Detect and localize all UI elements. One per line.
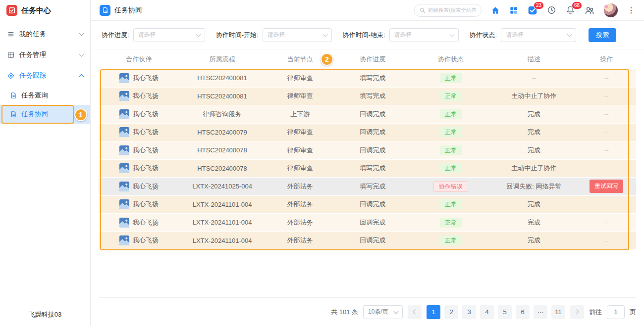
description: 主动中止了协作 — [491, 92, 577, 100]
todo-badge: 23 — [534, 1, 544, 9]
select-placeholder: 请选择 — [394, 31, 412, 39]
column-header-desc: 描述 — [491, 55, 577, 64]
page-size-select[interactable]: 10条/页 — [363, 305, 403, 319]
time-end-select[interactable]: 请选择 — [389, 28, 459, 42]
status-badge: 正常 — [440, 218, 462, 228]
page-button-4[interactable]: 4 — [480, 305, 494, 319]
status-badge: 正常 — [440, 73, 462, 83]
sidebar-item-label: 任务查询 — [21, 91, 48, 100]
partner-thumbnail-icon — [119, 199, 129, 209]
home-icon[interactable] — [491, 6, 500, 15]
search-placeholder: 超级搜索(搜索全站内容) — [428, 7, 476, 14]
chevron-down-icon — [196, 32, 201, 37]
app-logo: 任务中心 — [0, 0, 90, 21]
process-id: HTSC202400081 — [179, 74, 266, 82]
global-search-input[interactable]: 超级搜索(搜索全站内容) — [414, 4, 482, 17]
sidebar-item-label: 我的任务 — [19, 30, 46, 39]
sidebar-item-task-management[interactable]: 任务管理 — [0, 45, 90, 65]
page-button-6[interactable]: 6 — [516, 305, 530, 319]
description: 完成 — [491, 128, 577, 137]
action-cell: -- — [604, 93, 609, 100]
table-row: 我心飞扬 律师咨询服务 上下游 回调完成 正常 完成 -- — [99, 105, 636, 124]
partner-thumbnail-icon — [119, 182, 129, 191]
column-header-progress: 协作进度 — [335, 55, 410, 64]
filter-label-progress: 协作进度: — [102, 31, 129, 40]
apps-grid-icon[interactable] — [509, 6, 518, 15]
process-id: LXTX-20241101-004 — [179, 219, 266, 226]
notification-bell-icon[interactable]: 68 — [566, 5, 575, 15]
main-area: 任务协同 超级搜索(搜索全站内容) 23 — [91, 0, 644, 326]
next-page-button[interactable] — [570, 305, 584, 319]
current-node: 律师审查 — [265, 92, 335, 100]
description: 完成 — [491, 236, 577, 245]
user-avatar[interactable] — [604, 3, 618, 17]
progress-select[interactable]: 请选择 — [133, 28, 205, 42]
app-title: 任务中心 — [21, 6, 51, 15]
process-id: HTSC202400078 — [179, 146, 266, 154]
search-button[interactable]: 搜索 — [589, 28, 616, 42]
chevron-up-icon — [80, 73, 83, 78]
partner-name: 我心飞扬 — [133, 218, 159, 227]
chevron-right-icon — [574, 310, 579, 315]
process-id: LXTX-20241101-004 — [179, 237, 266, 244]
filter-bar: 协作进度: 请选择 协作时间-开始: 请选择 协作时间-结束: 请选择 协作状态… — [91, 21, 644, 49]
status-select[interactable]: 请选择 — [501, 28, 576, 42]
total-count: 共 101 条 — [331, 308, 358, 317]
list-icon — [7, 31, 15, 38]
contacts-icon[interactable] — [585, 5, 594, 15]
retry-write-button[interactable]: 重试回写 — [590, 180, 623, 193]
page-button-11[interactable]: 11 — [551, 305, 565, 319]
chevron-down-icon — [322, 32, 327, 37]
table-grid-icon — [7, 51, 15, 58]
table-row: 我心飞扬 LXTX-20241101-004 外部法务 回调完成 正常 完成 -… — [99, 232, 636, 250]
partner-name: 我心飞扬 — [133, 182, 159, 191]
goto-prefix: 前往 — [589, 308, 602, 317]
partner-thumbnail-icon — [119, 163, 129, 173]
app-logo-icon — [6, 5, 17, 16]
description: 完成 — [491, 200, 577, 209]
collab-progress: 回调完成 — [335, 146, 410, 155]
current-node: 外部法务 — [265, 218, 335, 227]
action-cell: -- — [604, 237, 609, 244]
process-id: HTSC202400078 — [179, 165, 266, 172]
page-button-1[interactable]: 1 — [427, 305, 440, 319]
collab-progress: 回调完成 — [335, 200, 410, 209]
select-placeholder: 请选择 — [268, 31, 285, 39]
history-clock-icon[interactable] — [547, 5, 556, 15]
prev-page-button[interactable] — [408, 305, 422, 319]
compass-track-icon — [7, 72, 15, 79]
action-cell: -- — [604, 165, 609, 172]
collab-progress: 回调完成 — [335, 110, 410, 119]
sidebar-item-my-tasks[interactable]: 我的任务 — [0, 24, 90, 45]
status-badge: 正常 — [440, 127, 462, 137]
topbar-actions: 超级搜索(搜索全站内容) 23 68 — [414, 3, 635, 17]
page-button-3[interactable]: 3 — [462, 305, 476, 319]
page-doc-icon — [100, 5, 110, 16]
sidebar-item-label: 任务跟踪 — [19, 71, 46, 80]
partner-thumbnail-icon — [119, 145, 129, 155]
goto-page-input[interactable] — [607, 305, 625, 319]
page-list: 123456···11 — [427, 305, 565, 319]
page-button-5[interactable]: 5 — [498, 305, 512, 319]
page-button-2[interactable]: 2 — [444, 305, 458, 319]
more-menu-icon[interactable]: ⋮ — [627, 6, 635, 14]
time-start-select[interactable]: 请选择 — [263, 28, 332, 42]
sidebar-item-task-query[interactable]: 任务查询 — [0, 86, 90, 105]
description: 完成 — [491, 110, 577, 119]
collab-progress: 填写完成 — [335, 74, 410, 83]
action-cell: -- — [604, 110, 609, 118]
description: -- — [491, 74, 577, 82]
partner-name: 我心飞扬 — [133, 236, 159, 245]
collab-progress: 回调完成 — [335, 236, 410, 245]
tenant-name: 飞黝科技03 — [0, 310, 90, 326]
todo-check-icon[interactable]: 23 — [528, 5, 537, 15]
sidebar-item-label: 任务协同 — [21, 110, 48, 119]
page-ellipsis[interactable]: ··· — [534, 305, 547, 319]
current-node: 律师审查 — [265, 74, 335, 83]
filter-label-time-end: 协作时间-结束: — [343, 31, 385, 40]
filter-label-time-start: 协作时间-开始: — [216, 31, 259, 40]
status-badge: 正常 — [440, 91, 462, 101]
partner-thumbnail-icon — [119, 109, 129, 119]
sidebar-item-task-tracking[interactable]: 任务跟踪 — [0, 65, 90, 86]
annotation-step-2: 2 — [321, 53, 333, 66]
